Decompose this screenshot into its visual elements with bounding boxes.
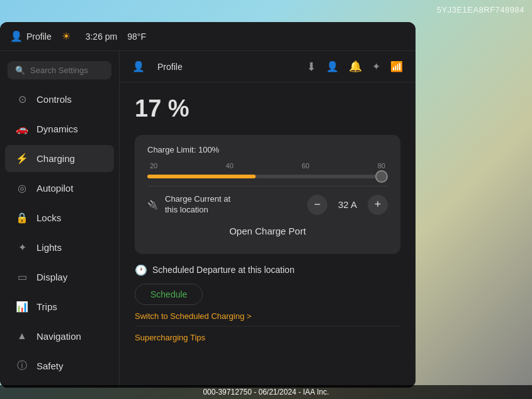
sidebar-item-lights[interactable]: ✦ Lights bbox=[5, 234, 114, 261]
charge-limit-title: Charge Limit: 100% bbox=[147, 145, 388, 154]
charge-current-label-text: Charge Current atthis location bbox=[165, 194, 230, 214]
sidebar-label-controls: Controls bbox=[37, 94, 72, 105]
dynamics-icon: 🚗 bbox=[15, 123, 29, 135]
sidebar-label-safety: Safety bbox=[37, 361, 64, 371]
top-nav: 👤 Profile ⬇ 👤 🔔 ✦ 📶 bbox=[120, 51, 416, 83]
charge-current-row: 🔌 Charge Current atthis location − 32 A … bbox=[147, 194, 388, 216]
plug-icon: 🔌 bbox=[147, 200, 160, 210]
sidebar: 🔍 ⊙ Controls 🚗 Dynamics ⚡ Charging ◎ Aut… bbox=[0, 51, 120, 388]
lights-icon: ✦ bbox=[15, 241, 29, 253]
sidebar-item-locks[interactable]: 🔒 Locks bbox=[5, 204, 114, 231]
charge-current-label: Charge Current atthis location bbox=[165, 194, 302, 216]
slider-label-20: 20 bbox=[150, 162, 157, 170]
bluetooth-icon[interactable]: ✦ bbox=[372, 61, 380, 72]
sidebar-label-locks: Locks bbox=[37, 212, 61, 223]
controls-icon: ⊙ bbox=[15, 93, 29, 105]
charging-content: 17 % Charge Limit: 100% 20 40 60 80 bbox=[120, 83, 416, 388]
supercharging-link[interactable]: Supercharging Tips bbox=[135, 326, 400, 342]
slider-labels: 20 40 60 80 bbox=[147, 162, 388, 170]
slider-label-60: 60 bbox=[302, 162, 309, 170]
slider-thumb[interactable] bbox=[375, 170, 388, 183]
tesla-screen: 👤 Profile ☀ 3:26 pm 98°F 🔍 ⊙ Controls 🚗 … bbox=[0, 22, 416, 388]
nav-profile-label: Profile bbox=[157, 62, 183, 72]
trips-icon: 📊 bbox=[15, 301, 29, 313]
bell-icon[interactable]: 🔔 bbox=[349, 60, 362, 73]
status-bar: 👤 Profile ☀ 3:26 pm 98°F bbox=[0, 22, 416, 51]
sidebar-label-display: Display bbox=[37, 272, 67, 282]
download-icon[interactable]: ⬇ bbox=[307, 60, 316, 74]
nav-person-icon: 👤 bbox=[132, 61, 145, 72]
search-input[interactable] bbox=[30, 66, 104, 75]
right-panel: 👤 Profile ⬇ 👤 🔔 ✦ 📶 17 % Charge Limit: 1… bbox=[120, 51, 416, 388]
navigation-icon: ▲ bbox=[15, 330, 29, 342]
autopilot-icon: ◎ bbox=[15, 182, 29, 194]
slider-label-80: 80 bbox=[378, 162, 385, 170]
scheduled-departure-title: 🕐 Scheduled Departure at this location bbox=[135, 264, 400, 276]
vin-watermark: 5YJ3E1EA8RF748984 bbox=[437, 5, 524, 14]
sun-icon: ☀ bbox=[62, 30, 71, 42]
open-charge-port-button[interactable]: Open Charge Port bbox=[147, 218, 388, 244]
clock-icon: 🕐 bbox=[135, 264, 147, 276]
charging-icon: ⚡ bbox=[15, 153, 29, 165]
bottom-watermark: 000-39712750 - 06/21/2024 - IAA Inc. bbox=[0, 385, 532, 399]
charge-current-controls: − 32 A + bbox=[307, 195, 388, 215]
sidebar-label-trips: Trips bbox=[37, 301, 57, 312]
signal-icon[interactable]: 📶 bbox=[390, 61, 403, 72]
charge-percent: 17 % bbox=[135, 95, 400, 122]
sidebar-item-safety[interactable]: ⓘ Safety bbox=[5, 352, 114, 380]
sidebar-item-controls[interactable]: ⊙ Controls bbox=[5, 86, 114, 113]
decrease-current-button[interactable]: − bbox=[307, 195, 327, 215]
locks-icon: 🔒 bbox=[15, 212, 29, 224]
sidebar-label-lights: Lights bbox=[37, 242, 62, 253]
charge-slider[interactable] bbox=[147, 175, 388, 178]
sidebar-item-display[interactable]: ▭ Display bbox=[5, 263, 114, 291]
status-profile: 👤 Profile bbox=[10, 30, 52, 42]
slider-fill bbox=[147, 175, 256, 178]
person-icon: 👤 bbox=[10, 30, 23, 42]
sidebar-item-charging[interactable]: ⚡ Charging bbox=[5, 145, 114, 172]
display-icon: ▭ bbox=[15, 271, 29, 283]
main-content: 🔍 ⊙ Controls 🚗 Dynamics ⚡ Charging ◎ Aut… bbox=[0, 51, 416, 388]
search-box[interactable]: 🔍 bbox=[8, 61, 111, 79]
search-icon: 🔍 bbox=[15, 66, 25, 75]
charge-current-value: 32 A bbox=[335, 199, 360, 210]
switch-charging-link[interactable]: Switch to Scheduled Charging > bbox=[135, 311, 400, 321]
divider bbox=[147, 186, 388, 187]
sidebar-label-autopilot: Autopilot bbox=[37, 183, 73, 194]
sidebar-item-trips[interactable]: 📊 Trips bbox=[5, 293, 114, 320]
increase-current-button[interactable]: + bbox=[368, 195, 388, 215]
status-temperature: 98°F bbox=[127, 32, 146, 42]
safety-icon: ⓘ bbox=[15, 359, 29, 373]
status-profile-label: Profile bbox=[26, 32, 52, 42]
sidebar-label-dynamics: Dynamics bbox=[37, 124, 78, 134]
nav-icons-row: ⬇ 👤 🔔 ✦ 📶 bbox=[307, 60, 403, 74]
sidebar-label-charging: Charging bbox=[37, 153, 75, 164]
slider-label-40: 40 bbox=[226, 162, 234, 170]
scheduled-departure-section: 🕐 Scheduled Departure at this location S… bbox=[135, 264, 400, 342]
profile2-icon[interactable]: 👤 bbox=[326, 61, 339, 72]
sidebar-item-autopilot[interactable]: ◎ Autopilot bbox=[5, 175, 114, 202]
charge-limit-card: Charge Limit: 100% 20 40 60 80 bbox=[135, 135, 400, 254]
sidebar-label-navigation: Navigation bbox=[37, 331, 81, 342]
sidebar-item-navigation[interactable]: ▲ Navigation bbox=[5, 323, 114, 349]
schedule-button[interactable]: Schedule bbox=[135, 284, 203, 305]
status-time: 3:26 pm bbox=[86, 32, 118, 42]
scheduled-departure-label: Scheduled Departure at this location bbox=[152, 265, 295, 275]
sidebar-item-dynamics[interactable]: 🚗 Dynamics bbox=[5, 115, 114, 142]
